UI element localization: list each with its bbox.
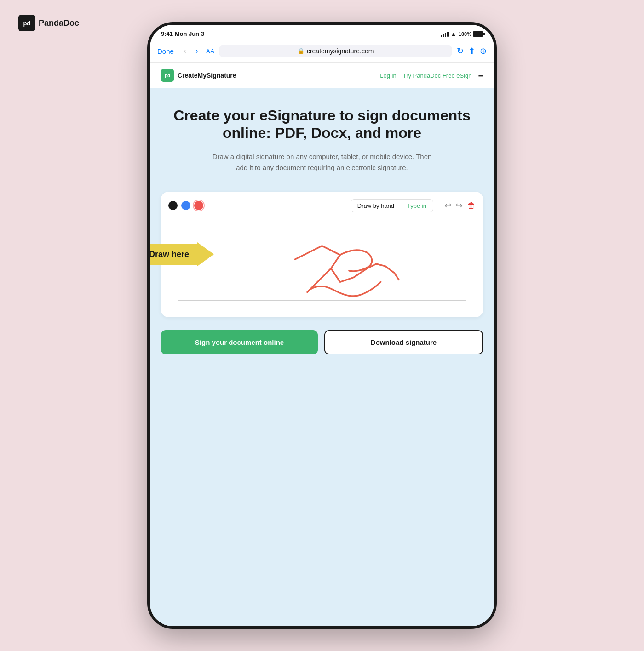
phone-inner: 9:41 Mon Jun 3 ▲ 100% Done ‹ ›: [150, 25, 494, 626]
site-logo-name: CreateMySignature: [178, 72, 236, 79]
nav-login-button[interactable]: Log in: [380, 72, 396, 79]
sig-tab-draw[interactable]: Draw by hand: [351, 200, 401, 212]
browser-bar: Done ‹ › AA 🔒 createmysignature.com ↻ ⬆ …: [150, 41, 494, 63]
wifi-icon: ▲: [451, 31, 456, 37]
nav-try-button[interactable]: Try PandaDoc Free eSign: [403, 72, 472, 79]
status-icons: ▲ 100%: [441, 31, 483, 37]
browser-tabs-button[interactable]: ⊕: [480, 46, 487, 56]
status-bar: 9:41 Mon Jun 3 ▲ 100%: [150, 25, 494, 41]
battery-percent: 100%: [459, 31, 472, 37]
hamburger-menu-icon[interactable]: ≡: [478, 71, 483, 80]
signature-card[interactable]: Draw by hand Type in ↩ ↪ 🗑: [161, 192, 483, 317]
hero-section: Create your eSignature to sign documents…: [150, 88, 494, 184]
battery-container: 100%: [459, 31, 483, 37]
hero-title: Create your eSignature to sign documents…: [168, 107, 476, 142]
signal-bars-icon: [441, 31, 448, 37]
signature-section: Draw here Draw by hand Type in: [150, 184, 494, 325]
signature-svg: [168, 218, 476, 310]
pandadoc-branding: pd PandaDoc: [18, 15, 79, 31]
site-logo-icon: pd: [161, 69, 174, 82]
phone-frame: 9:41 Mon Jun 3 ▲ 100% Done ‹ ›: [147, 22, 497, 629]
site-logo: pd CreateMySignature: [161, 69, 236, 82]
sig-delete-button[interactable]: 🗑: [467, 201, 476, 211]
sig-tab-type[interactable]: Type in: [401, 200, 433, 212]
sig-color-red[interactable]: [194, 201, 203, 210]
browser-nav: ‹ ›: [180, 47, 201, 55]
sig-undo-button[interactable]: ↩: [444, 200, 451, 211]
sig-color-black[interactable]: [168, 201, 178, 210]
sig-baseline: [178, 300, 466, 301]
hero-subtitle: Draw a digital signature on any computer…: [212, 151, 432, 173]
battery-icon: [473, 31, 483, 37]
sign-document-button[interactable]: Sign your document online: [161, 330, 318, 354]
sig-redo-button[interactable]: ↪: [456, 200, 463, 211]
site-nav: pd CreateMySignature Log in Try PandaDoc…: [150, 63, 494, 88]
sig-canvas[interactable]: [168, 218, 476, 310]
sig-color-blue[interactable]: [181, 201, 190, 210]
browser-actions: ↻ ⬆ ⊕: [457, 46, 487, 56]
browser-share-button[interactable]: ⬆: [468, 46, 475, 56]
sig-tab-group: Draw by hand Type in: [351, 199, 433, 212]
browser-back-button[interactable]: ‹: [180, 47, 190, 55]
browser-refresh-button[interactable]: ↻: [457, 46, 464, 56]
browser-forward-button[interactable]: ›: [192, 47, 201, 55]
pandadoc-logo-text: PandaDoc: [39, 18, 79, 28]
sig-color-dots: [168, 201, 203, 210]
status-time: 9:41 Mon Jun 3: [161, 30, 204, 37]
browser-aa-button[interactable]: AA: [206, 48, 214, 55]
lock-icon: 🔒: [298, 48, 305, 54]
bottom-buttons: Sign your document online Download signa…: [150, 325, 494, 362]
download-signature-button[interactable]: Download signature: [324, 330, 483, 354]
sig-controls: ↩ ↪ 🗑: [444, 200, 476, 211]
pandadoc-logo-icon: pd: [18, 15, 35, 31]
page-content: pd CreateMySignature Log in Try PandaDoc…: [150, 63, 494, 626]
browser-url-bar[interactable]: 🔒 createmysignature.com: [219, 45, 452, 57]
browser-done-button[interactable]: Done: [157, 47, 176, 55]
browser-url-text: createmysignature.com: [307, 47, 374, 55]
site-nav-links: Log in Try PandaDoc Free eSign ≡: [380, 71, 483, 80]
sig-toolbar: Draw by hand Type in ↩ ↪ 🗑: [168, 199, 476, 212]
